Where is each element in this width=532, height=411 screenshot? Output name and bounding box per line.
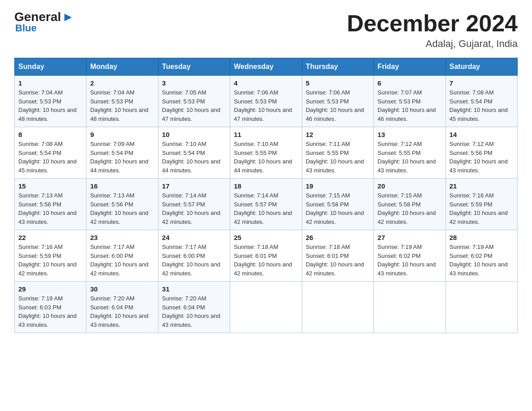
day-cell: 6Sunrise: 7:07 AMSunset: 5:53 PMDaylight… <box>374 76 446 127</box>
day-number: 31 <box>162 285 226 293</box>
day-number: 23 <box>90 234 154 241</box>
weekday-header-row: SundayMondayTuesdayWednesdayThursdayFrid… <box>15 58 518 76</box>
day-number: 10 <box>162 131 226 138</box>
day-number: 20 <box>378 182 442 190</box>
day-number: 29 <box>18 285 82 293</box>
day-number: 9 <box>90 131 154 138</box>
day-number: 16 <box>90 182 154 190</box>
day-cell: 14Sunrise: 7:12 AMSunset: 5:56 PMDayligh… <box>446 127 517 179</box>
day-number: 28 <box>450 234 514 241</box>
calendar-table: SundayMondayTuesdayWednesdayThursdayFrid… <box>14 58 518 333</box>
month-title: December 2024 <box>347 11 518 36</box>
day-number: 17 <box>162 182 226 190</box>
day-cell: 5Sunrise: 7:06 AMSunset: 5:53 PMDaylight… <box>302 76 373 127</box>
day-info: Sunrise: 7:19 AMSunset: 6:02 PMDaylight:… <box>450 243 514 278</box>
day-info: Sunrise: 7:06 AMSunset: 5:53 PMDaylight:… <box>306 88 370 123</box>
day-cell <box>446 282 517 333</box>
day-cell: 7Sunrise: 7:08 AMSunset: 5:54 PMDaylight… <box>446 76 517 127</box>
day-info: Sunrise: 7:18 AMSunset: 6:01 PMDaylight:… <box>234 243 298 278</box>
logo: General ► Blue <box>14 11 74 34</box>
logo-text: General ► <box>14 11 74 23</box>
day-info: Sunrise: 7:15 AMSunset: 5:58 PMDaylight:… <box>378 191 442 226</box>
day-info: Sunrise: 7:10 AMSunset: 5:54 PMDaylight:… <box>162 140 226 175</box>
day-cell: 27Sunrise: 7:19 AMSunset: 6:02 PMDayligh… <box>374 230 446 282</box>
day-info: Sunrise: 7:12 AMSunset: 5:56 PMDaylight:… <box>450 140 514 175</box>
week-row-3: 15Sunrise: 7:13 AMSunset: 5:56 PMDayligh… <box>15 179 518 230</box>
day-cell: 17Sunrise: 7:14 AMSunset: 5:57 PMDayligh… <box>158 179 230 230</box>
day-cell: 15Sunrise: 7:13 AMSunset: 5:56 PMDayligh… <box>15 179 86 230</box>
day-cell: 22Sunrise: 7:16 AMSunset: 5:59 PMDayligh… <box>15 230 86 282</box>
weekday-header-monday: Monday <box>86 58 158 76</box>
logo-blue-part: ► <box>62 11 74 23</box>
day-number: 13 <box>378 131 442 138</box>
day-number: 6 <box>378 79 442 87</box>
week-row-4: 22Sunrise: 7:16 AMSunset: 5:59 PMDayligh… <box>15 230 518 282</box>
day-cell <box>302 282 373 333</box>
weekday-header-wednesday: Wednesday <box>230 58 302 76</box>
day-info: Sunrise: 7:14 AMSunset: 5:57 PMDaylight:… <box>234 191 298 226</box>
day-info: Sunrise: 7:19 AMSunset: 6:02 PMDaylight:… <box>378 243 442 278</box>
day-cell: 4Sunrise: 7:06 AMSunset: 5:53 PMDaylight… <box>230 76 302 127</box>
day-info: Sunrise: 7:13 AMSunset: 5:56 PMDaylight:… <box>90 191 154 226</box>
day-info: Sunrise: 7:08 AMSunset: 5:54 PMDaylight:… <box>18 140 82 175</box>
day-number: 4 <box>234 79 298 87</box>
day-cell: 31Sunrise: 7:20 AMSunset: 6:04 PMDayligh… <box>158 282 230 333</box>
day-number: 2 <box>90 79 154 87</box>
day-info: Sunrise: 7:08 AMSunset: 5:54 PMDaylight:… <box>450 88 514 123</box>
day-number: 7 <box>450 79 514 87</box>
day-number: 8 <box>18 131 82 138</box>
title-block: December 2024 Adalaj, Gujarat, India <box>347 11 518 50</box>
day-number: 18 <box>234 182 298 190</box>
day-cell <box>230 282 302 333</box>
day-cell: 25Sunrise: 7:18 AMSunset: 6:01 PMDayligh… <box>230 230 302 282</box>
day-number: 15 <box>18 182 82 190</box>
day-cell: 9Sunrise: 7:09 AMSunset: 5:54 PMDaylight… <box>86 127 158 179</box>
day-number: 24 <box>162 234 226 241</box>
day-cell: 18Sunrise: 7:14 AMSunset: 5:57 PMDayligh… <box>230 179 302 230</box>
day-info: Sunrise: 7:16 AMSunset: 5:59 PMDaylight:… <box>450 191 514 226</box>
day-info: Sunrise: 7:07 AMSunset: 5:53 PMDaylight:… <box>378 88 442 123</box>
day-number: 14 <box>450 131 514 138</box>
day-info: Sunrise: 7:16 AMSunset: 5:59 PMDaylight:… <box>18 243 82 278</box>
weekday-header-sunday: Sunday <box>15 58 86 76</box>
day-cell <box>374 282 446 333</box>
day-cell: 26Sunrise: 7:18 AMSunset: 6:01 PMDayligh… <box>302 230 373 282</box>
day-cell: 30Sunrise: 7:20 AMSunset: 6:04 PMDayligh… <box>86 282 158 333</box>
day-number: 21 <box>450 182 514 190</box>
location: Adalaj, Gujarat, India <box>347 38 518 50</box>
day-info: Sunrise: 7:04 AMSunset: 5:53 PMDaylight:… <box>90 88 154 123</box>
day-number: 22 <box>18 234 82 241</box>
day-info: Sunrise: 7:04 AMSunset: 5:53 PMDaylight:… <box>18 88 82 123</box>
week-row-2: 8Sunrise: 7:08 AMSunset: 5:54 PMDaylight… <box>15 127 518 179</box>
day-number: 26 <box>306 234 370 241</box>
logo-general: General <box>14 11 61 23</box>
day-cell: 8Sunrise: 7:08 AMSunset: 5:54 PMDaylight… <box>15 127 86 179</box>
day-cell: 12Sunrise: 7:11 AMSunset: 5:55 PMDayligh… <box>302 127 373 179</box>
day-info: Sunrise: 7:18 AMSunset: 6:01 PMDaylight:… <box>306 243 370 278</box>
day-number: 3 <box>162 79 226 87</box>
day-number: 25 <box>234 234 298 241</box>
day-cell: 1Sunrise: 7:04 AMSunset: 5:53 PMDaylight… <box>15 76 86 127</box>
day-cell: 13Sunrise: 7:12 AMSunset: 5:55 PMDayligh… <box>374 127 446 179</box>
day-number: 11 <box>234 131 298 138</box>
week-row-1: 1Sunrise: 7:04 AMSunset: 5:53 PMDaylight… <box>15 76 518 127</box>
day-cell: 11Sunrise: 7:10 AMSunset: 5:55 PMDayligh… <box>230 127 302 179</box>
day-number: 27 <box>378 234 442 241</box>
day-number: 19 <box>306 182 370 190</box>
weekday-header-saturday: Saturday <box>446 58 517 76</box>
weekday-header-thursday: Thursday <box>302 58 373 76</box>
day-cell: 19Sunrise: 7:15 AMSunset: 5:58 PMDayligh… <box>302 179 373 230</box>
day-info: Sunrise: 7:12 AMSunset: 5:55 PMDaylight:… <box>378 140 442 175</box>
week-row-5: 29Sunrise: 7:19 AMSunset: 6:03 PMDayligh… <box>15 282 518 333</box>
day-info: Sunrise: 7:17 AMSunset: 6:00 PMDaylight:… <box>162 243 226 278</box>
day-cell: 29Sunrise: 7:19 AMSunset: 6:03 PMDayligh… <box>15 282 86 333</box>
day-number: 1 <box>18 79 82 87</box>
day-number: 5 <box>306 79 370 87</box>
day-cell: 10Sunrise: 7:10 AMSunset: 5:54 PMDayligh… <box>158 127 230 179</box>
day-cell: 24Sunrise: 7:17 AMSunset: 6:00 PMDayligh… <box>158 230 230 282</box>
day-cell: 20Sunrise: 7:15 AMSunset: 5:58 PMDayligh… <box>374 179 446 230</box>
day-info: Sunrise: 7:11 AMSunset: 5:55 PMDaylight:… <box>306 140 370 175</box>
day-number: 12 <box>306 131 370 138</box>
day-info: Sunrise: 7:20 AMSunset: 6:04 PMDaylight:… <box>162 294 226 329</box>
day-cell: 23Sunrise: 7:17 AMSunset: 6:00 PMDayligh… <box>86 230 158 282</box>
